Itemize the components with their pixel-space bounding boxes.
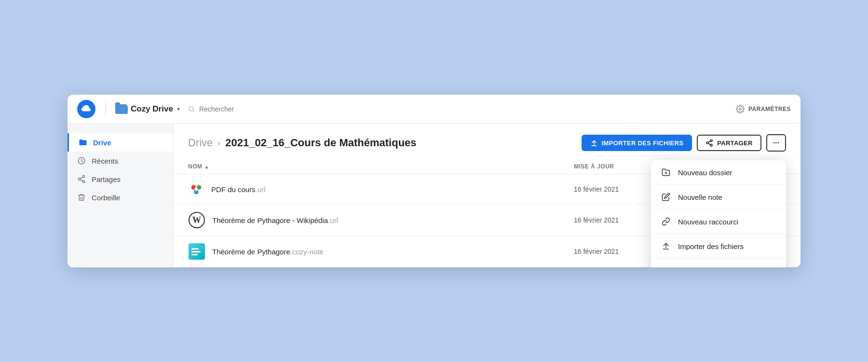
breadcrumb-parent[interactable]: Drive [188,137,213,149]
folder-icon [115,104,128,114]
menu-item-import-files[interactable]: Importer des fichiers [651,234,786,259]
menu-item-new-note[interactable]: Nouvelle note [651,185,786,209]
file-icon [188,243,205,260]
menu-item-label: Nouvelle note [678,193,722,201]
sidebar-item-drive[interactable]: Drive [68,133,173,152]
search-icon [188,105,195,113]
topbar: Cozy Drive ▾ PARAMÈTRES [68,95,800,124]
svg-line-1 [193,111,194,112]
note-edit-icon [661,192,671,202]
link-icon [661,216,671,227]
file-name-cell: W Théorème de Pythagore - Wikipédia.url [188,211,574,229]
breadcrumb: Drive › 2021_02_16_Cours de Mathématique… [188,137,417,149]
svg-line-8 [80,177,82,179]
svg-point-2 [739,108,742,110]
main-content: Drive › 2021_02_16_Cours de Mathématique… [174,124,800,267]
menu-item-label: Importer des fichiers [678,242,744,251]
sidebar-item-trash[interactable]: Corbeille [68,188,173,207]
folder-plus-icon [661,167,671,178]
settings-label: PARAMÈTRES [748,106,791,112]
file-name: Théorème de Pythagore - Wikipédia.url [212,216,338,224]
svg-point-20 [194,187,198,191]
download-icon [661,265,671,267]
file-ext: .cozy-note [290,248,324,256]
search-input[interactable] [199,105,296,113]
import-files-button[interactable]: IMPORTER DES FICHIERS [582,135,692,151]
share-icon [705,139,713,147]
sidebar-item-label: Récents [92,157,118,165]
app-logo[interactable] [77,100,95,118]
svg-point-5 [78,178,81,181]
share-icon [77,175,86,183]
file-ext: .url [328,216,338,224]
file-name-cell: Théorème de Pythagore.cozy-note [188,243,574,260]
col-name[interactable]: NOM ▲ [188,163,574,170]
trash-icon [77,193,86,202]
sidebar-item-label: Partages [92,175,121,183]
svg-point-12 [706,142,708,144]
sidebar-item-recents[interactable]: Récents [68,152,173,170]
svg-line-14 [708,143,711,145]
chevron-down-icon: ▾ [177,106,180,112]
folder-icon [79,138,87,147]
menu-item-label: Télécharger le dossier [678,267,749,268]
svg-line-15 [708,141,711,142]
sidebar-item-shares[interactable]: Partages [68,170,173,188]
menu-item-label: Nouveau dossier [678,168,732,177]
menu-item-new-shortcut[interactable]: Nouveau raccourci [651,209,786,234]
more-icon: ··· [773,139,779,147]
svg-point-6 [82,181,85,183]
cozy-note-icon [189,243,205,260]
sidebar-item-label: Drive [93,139,111,147]
file-icon: W [188,211,205,229]
file-name-cell: PDF du cours.url [188,181,574,197]
gear-icon [736,105,745,113]
file-name: Théorème de Pythagore.cozy-note [212,248,324,256]
search-area [188,105,728,113]
settings-button[interactable]: PARAMÈTRES [736,105,791,113]
share-label: PARTAGER [717,139,752,147]
svg-point-0 [189,106,193,111]
dropdown-menu: Nouveau dossier Nouvelle note [651,160,786,267]
main-header: Drive › 2021_02_16_Cours de Mathématique… [174,124,800,159]
body-area: Drive Récents Partages [68,124,800,267]
app-window: Cozy Drive ▾ PARAMÈTRES Drive [68,95,800,267]
app-title-area[interactable]: Cozy Drive ▾ [115,104,180,114]
import-files-label: IMPORTER DES FICHIERS [602,139,684,147]
topbar-divider [105,102,106,116]
breadcrumb-current: 2021_02_16_Cours de Mathématiques [225,137,416,149]
file-name: PDF du cours.url [211,185,266,194]
file-icon [188,181,204,197]
clock-icon [77,156,86,165]
breadcrumb-separator: › [217,138,220,148]
menu-item-new-folder[interactable]: Nouveau dossier [651,160,786,185]
svg-line-7 [80,180,82,181]
menu-item-download-folder[interactable]: Télécharger le dossier [651,259,786,267]
share-button[interactable]: PARTAGER [697,135,761,151]
wikipedia-icon: W [189,212,205,228]
svg-point-11 [710,139,712,141]
action-buttons: IMPORTER DES FICHIERS PARTAGER ··· [582,134,786,152]
sidebar-item-label: Corbeille [92,194,120,202]
svg-point-4 [82,176,85,178]
menu-item-label: Nouveau raccourci [678,218,738,226]
file-ext: .url [256,185,266,194]
svg-point-13 [710,144,712,146]
sidebar: Drive Récents Partages [68,124,174,267]
upload-icon [661,241,671,251]
sort-arrow-icon: ▲ [204,164,209,169]
upload-icon [590,139,598,147]
more-button[interactable]: ··· [766,134,786,152]
app-title: Cozy Drive [131,104,173,114]
